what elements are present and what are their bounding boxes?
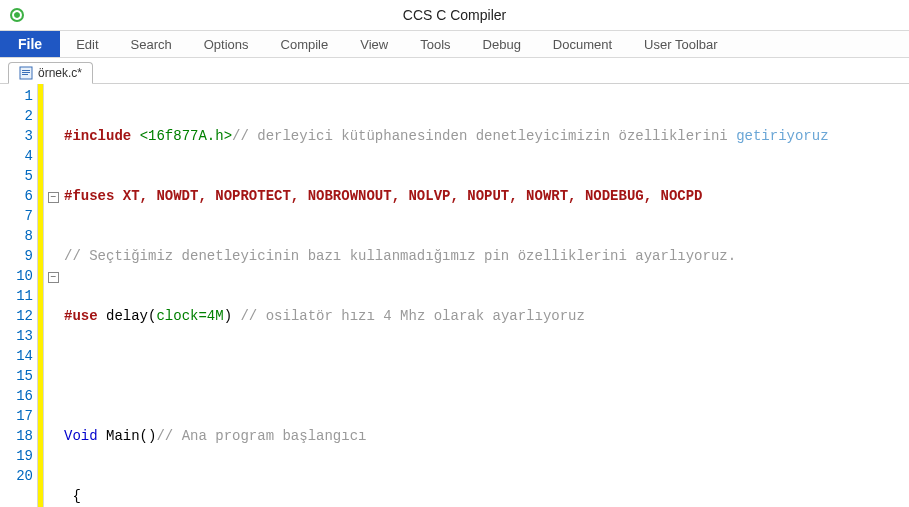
svg-rect-2 [22,70,30,71]
svg-rect-4 [22,74,28,75]
line-number: 20 [0,466,33,486]
line-number: 12 [0,306,33,326]
menu-compile[interactable]: Compile [265,31,345,57]
fold-toggle-icon[interactable]: − [48,272,59,283]
code-line[interactable] [64,366,909,386]
line-number: 4 [0,146,33,166]
fold-toggle-icon[interactable]: − [48,192,59,203]
menu-search[interactable]: Search [115,31,188,57]
fold-column: − − [44,84,62,507]
line-number: 13 [0,326,33,346]
line-number: 16 [0,386,33,406]
app-icon [8,6,26,24]
line-number: 3 [0,126,33,146]
line-number: 2 [0,106,33,126]
line-number: 11 [0,286,33,306]
code-line[interactable]: { [64,486,909,506]
menu-file[interactable]: File [0,31,60,57]
svg-rect-3 [22,72,30,73]
line-number: 8 [0,226,33,246]
code-line[interactable]: #fuses XT, NOWDT, NOPROTECT, NOBROWNOUT,… [64,186,909,206]
line-number: 17 [0,406,33,426]
line-number: 15 [0,366,33,386]
menubar: File Edit Search Options Compile View To… [0,30,909,58]
menu-edit[interactable]: Edit [60,31,114,57]
line-number: 1 [0,86,33,106]
line-number: 18 [0,426,33,446]
code-line[interactable]: Void Main()// Ana program başlangıcı [64,426,909,446]
line-number-gutter: 1 2 3 4 5 6 7 8 9 10 11 12 13 14 15 16 1… [0,84,38,507]
window-title: CCS C Compiler [34,7,901,23]
menu-view[interactable]: View [344,31,404,57]
line-number: 7 [0,206,33,226]
menu-options[interactable]: Options [188,31,265,57]
line-number: 6 [0,186,33,206]
code-line[interactable]: // Seçtiğimiz denetleyicinin bazı kullan… [64,246,909,266]
line-number: 19 [0,446,33,466]
line-number: 9 [0,246,33,266]
code-line[interactable]: #include <16f877A.h>// derleyici kütüpha… [64,126,909,146]
code-line[interactable]: #use delay(clock=4M) // osilatör hızı 4 … [64,306,909,326]
menu-tools[interactable]: Tools [404,31,466,57]
line-number: 10 [0,266,33,286]
tab-label: örnek.c* [38,66,82,80]
cfile-icon [19,66,33,80]
titlebar: CCS C Compiler [0,0,909,30]
line-number: 14 [0,346,33,366]
tabstrip: örnek.c* [0,58,909,84]
tab-ornek-c[interactable]: örnek.c* [8,62,93,84]
menu-debug[interactable]: Debug [467,31,537,57]
menu-usertoolbar[interactable]: User Toolbar [628,31,733,57]
line-number: 5 [0,166,33,186]
code-area[interactable]: #include <16f877A.h>// derleyici kütüpha… [62,84,909,507]
code-editor[interactable]: 1 2 3 4 5 6 7 8 9 10 11 12 13 14 15 16 1… [0,84,909,507]
menu-document[interactable]: Document [537,31,628,57]
